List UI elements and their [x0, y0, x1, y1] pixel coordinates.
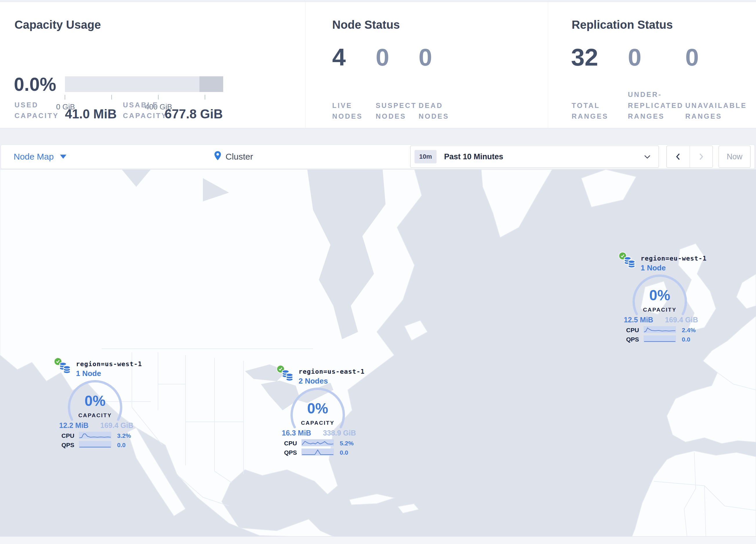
database-icon — [59, 361, 71, 376]
capacity-axis-tick — [111, 95, 112, 99]
used-capacity-label: USED CAPACITY — [14, 99, 54, 121]
capacity-bar — [65, 76, 223, 92]
region-used-capacity: 12.2 MiB — [59, 421, 88, 430]
capacity-used-percent: 0.0% — [14, 75, 56, 94]
cpu-label: CPU — [626, 327, 639, 334]
region-name[interactable]: region=eu-west-1 — [641, 255, 707, 262]
world-map — [0, 169, 756, 536]
prev-arrow-icon — [676, 153, 680, 160]
region-used-capacity: 12.5 MiB — [624, 316, 653, 324]
caret-down-icon — [60, 155, 66, 159]
qps-sparkline — [644, 336, 676, 342]
capacity-gauge-percent: 0% — [629, 288, 690, 303]
dead-nodes-value: 0 — [419, 45, 432, 69]
qps-sparkline — [301, 449, 334, 456]
map-toolbar: Node Map Cluster 10m Past 10 Minutes — [1, 144, 755, 169]
view-selector-dropdown[interactable]: Node Map — [14, 145, 66, 168]
cluster-summary-bar: Capacity Usage 0.0% 0 GiB 400 GiB USED C… — [0, 2, 756, 128]
capacity-usage-title: Capacity Usage — [14, 19, 101, 30]
total-ranges-value: 32 — [571, 45, 598, 69]
used-capacity-value: 41.0 MiB — [65, 108, 117, 120]
qps-value: 0.0 — [340, 449, 348, 456]
cpu-value: 2.4% — [682, 327, 696, 334]
chevron-down-icon — [644, 155, 650, 160]
capacity-axis-tick — [158, 95, 159, 99]
qps-sparkline — [79, 441, 111, 448]
cpu-sparkline — [644, 326, 676, 333]
cpu-value: 5.2% — [340, 440, 354, 447]
region-total-capacity: 338.9 GiB — [318, 429, 356, 437]
node-map-page: Capacity Usage 0.0% 0 GiB 400 GiB USED C… — [0, 0, 756, 544]
view-selector-label: Node Map — [14, 152, 54, 162]
unavailable-ranges-label: UNAVAILABLE RANGES — [685, 100, 749, 121]
qps-label: QPS — [61, 442, 74, 449]
unavailable-ranges-value: 0 — [685, 45, 699, 69]
suspect-nodes-label: SUSPECT NODES — [376, 100, 418, 121]
time-window-label: Past 10 Minutes — [444, 152, 503, 161]
node-map — [0, 169, 756, 536]
usable-capacity-value: 677.8 GiB — [165, 108, 223, 120]
map-pin-icon — [214, 151, 221, 163]
capacity-gauge-label: CAPACITY — [64, 413, 126, 418]
dead-nodes-label: DEAD NODES — [419, 100, 453, 121]
capacity-axis-tick — [65, 95, 65, 99]
capacity-bar-reserved-segment — [199, 76, 223, 92]
region-total-capacity: 169.4 GiB — [660, 316, 698, 324]
time-window-badge: 10m — [415, 150, 437, 163]
region-used-capacity: 16.3 MiB — [282, 429, 311, 437]
cpu-label: CPU — [61, 432, 74, 439]
time-pager — [666, 146, 713, 168]
region-marker-us-west-1[interactable]: region=us-west-1 1 Node 0% CAPACITY 12.2… — [52, 356, 139, 450]
cpu-sparkline — [79, 432, 111, 439]
breadcrumb-label: Cluster — [226, 152, 253, 162]
cpu-label: CPU — [284, 440, 297, 447]
region-total-capacity: 169.4 GiB — [95, 421, 133, 430]
capacity-gauge-label: CAPACITY — [287, 420, 348, 426]
breadcrumb[interactable]: Cluster — [214, 145, 253, 168]
next-time-button[interactable] — [690, 146, 713, 167]
live-nodes-value: 4 — [332, 45, 346, 69]
capacity-gauge-percent: 0% — [64, 394, 126, 409]
cpu-sparkline — [301, 439, 334, 446]
capacity-gauge-percent: 0% — [287, 401, 348, 416]
region-marker-us-east-1[interactable]: region=us-east-1 2 Nodes 0% CAPACITY 16.… — [274, 364, 361, 457]
time-range-selector[interactable]: 10m Past 10 Minutes — [410, 146, 659, 168]
total-ranges-label: TOTAL RANGES — [572, 100, 611, 121]
database-icon — [281, 369, 294, 384]
qps-label: QPS — [284, 449, 297, 456]
qps-value: 0.0 — [682, 336, 690, 343]
under-replicated-ranges-value: 0 — [628, 45, 641, 69]
map-footer-strip — [0, 536, 756, 544]
region-node-count[interactable]: 1 Node — [76, 369, 101, 378]
prev-time-button[interactable] — [667, 146, 690, 167]
node-status-title: Node Status — [332, 19, 400, 30]
region-name[interactable]: region=us-west-1 — [76, 360, 142, 368]
capacity-axis-tick — [205, 95, 205, 99]
qps-value: 0.0 — [117, 442, 126, 449]
cpu-value: 3.2% — [117, 432, 131, 439]
usable-capacity-label: USABLE CAPACITY — [123, 99, 169, 121]
region-marker-eu-west-1[interactable]: region=eu-west-1 1 Node 0% CAPACITY 12.5… — [616, 251, 703, 344]
qps-label: QPS — [626, 336, 639, 343]
database-icon — [623, 255, 636, 270]
region-node-count[interactable]: 2 Nodes — [299, 377, 328, 386]
next-arrow-icon — [699, 153, 704, 160]
capacity-gauge-label: CAPACITY — [629, 307, 690, 313]
region-node-count[interactable]: 1 Node — [641, 263, 666, 273]
suspect-nodes-value: 0 — [376, 45, 389, 69]
under-replicated-ranges-label: UNDER-REPLICATED RANGES — [628, 89, 680, 121]
now-button[interactable]: Now — [719, 146, 750, 168]
now-button-label: Now — [727, 152, 742, 161]
replication-status-title: Replication Status — [572, 19, 673, 30]
panel-divider — [305, 2, 306, 128]
region-name[interactable]: region=us-east-1 — [299, 368, 365, 376]
live-nodes-label: LIVE NODES — [332, 100, 367, 121]
